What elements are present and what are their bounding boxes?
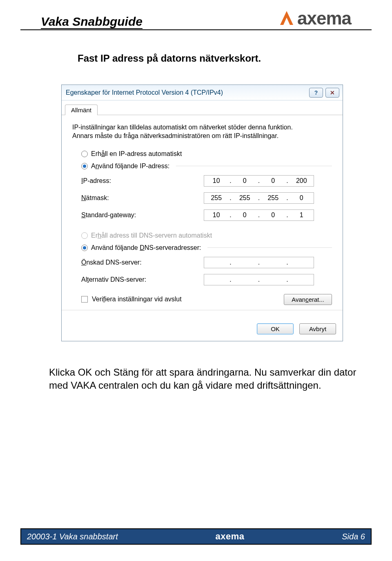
tab-strip: Allmänt (62, 100, 343, 115)
page-title: Vaka Snabbguide (41, 15, 143, 29)
footer-brand: axema (216, 531, 245, 542)
ip-address-label: IP-adress: (81, 177, 204, 185)
page-footer: 20003-1 Vaka snabbstart axema Sida 6 (20, 528, 372, 545)
tab-general[interactable]: Allmänt (65, 105, 98, 115)
radio-obtain-dns-auto: Erhåll adress till DNS-servern automatis… (72, 229, 332, 242)
radio-use-following-ip[interactable]: Använd följande IP-adress: (72, 160, 332, 172)
field-preferred-dns: Önskad DNS-server: . . . (72, 254, 332, 271)
ipv4-properties-dialog: Egenskaper för Internet Protocol Version… (61, 85, 343, 341)
preferred-dns-label: Önskad DNS-server: (81, 259, 204, 266)
dialog-inner-divider (62, 310, 343, 310)
field-alternate-dns: Alternativ DNS-server: . . . (72, 271, 332, 288)
gateway-input[interactable]: 10. 0. 0. 1 (204, 209, 314, 221)
alternate-dns-label: Alternativ DNS-server: (81, 276, 204, 283)
group-divider (176, 166, 332, 166)
section-subtitle: Fast IP adress på datorns nätverkskort. (78, 53, 368, 64)
cancel-button[interactable]: Avbryt (299, 323, 336, 334)
field-default-gateway: Standard-gateway: 10. 0. 0. 1 (72, 207, 332, 224)
alternate-dns-input[interactable]: . . . (204, 274, 314, 285)
radio-icon (81, 232, 88, 239)
dialog-title: Egenskaper för Internet Protocol Version… (66, 89, 309, 96)
radio-label: Erhåll adress till DNS-servern automatis… (91, 232, 212, 239)
radio-obtain-ip-auto[interactable]: Erhåll en IP-adress automatiskt (72, 148, 332, 160)
brand-logo-text: axema (297, 8, 351, 29)
subnet-mask-input[interactable]: 255. 255. 255. 0 (204, 192, 314, 204)
field-ip-address: IP-adress: 10. 0. 0. 200 (72, 172, 332, 189)
dialog-titlebar: Egenskaper för Internet Protocol Version… (62, 85, 343, 100)
page-header: Vaka Snabbguide axema (20, 0, 372, 30)
radio-label: Använd följande DNS-serveradresser: (91, 244, 201, 252)
dialog-footer: OK Avbryt (62, 318, 343, 341)
dialog-body: IP-inställningar kan tilldelas automatis… (62, 115, 343, 318)
verify-checkbox[interactable] (81, 296, 88, 303)
preferred-dns-input[interactable]: . . . (204, 257, 314, 268)
radio-icon (81, 151, 88, 157)
footer-page-number: Sida 6 (342, 532, 365, 541)
group-divider (207, 247, 332, 248)
axema-logo-icon (278, 9, 296, 27)
advanced-button[interactable]: Avancerat... (284, 294, 332, 305)
footer-doc-id: 20003-1 Vaka snabbstart (27, 532, 118, 541)
radio-use-following-dns[interactable]: Använd följande DNS-serveradresser: (72, 242, 332, 254)
titlebar-buttons (309, 88, 339, 98)
gateway-label: Standard-gateway: (81, 211, 204, 219)
info-text: IP-inställningar kan tilldelas automatis… (72, 123, 309, 140)
ip-address-input[interactable]: 10. 0. 0. 200 (204, 175, 314, 187)
content: Fast IP adress på datorns nätverkskort. … (0, 32, 392, 392)
post-dialog-text: Klicka OK och Stäng för att spara ändrin… (49, 366, 368, 392)
close-button[interactable] (325, 88, 339, 98)
ok-button[interactable]: OK (257, 323, 294, 334)
brand-logo: axema (278, 8, 351, 29)
subnet-mask-label: Nätmask: (81, 194, 204, 202)
radio-icon (81, 245, 88, 251)
verify-label: Verifiera inställningar vid avslut (92, 296, 182, 303)
field-subnet-mask: Nätmask: 255. 255. 255. 0 (72, 189, 332, 207)
verify-on-exit-row: Verifiera inställningar vid avslut Avanc… (72, 288, 332, 307)
radio-label: Erhåll en IP-adress automatiskt (91, 150, 182, 158)
radio-icon (81, 163, 88, 169)
radio-label: Använd följande IP-adress: (91, 163, 169, 170)
help-button[interactable] (309, 88, 323, 98)
